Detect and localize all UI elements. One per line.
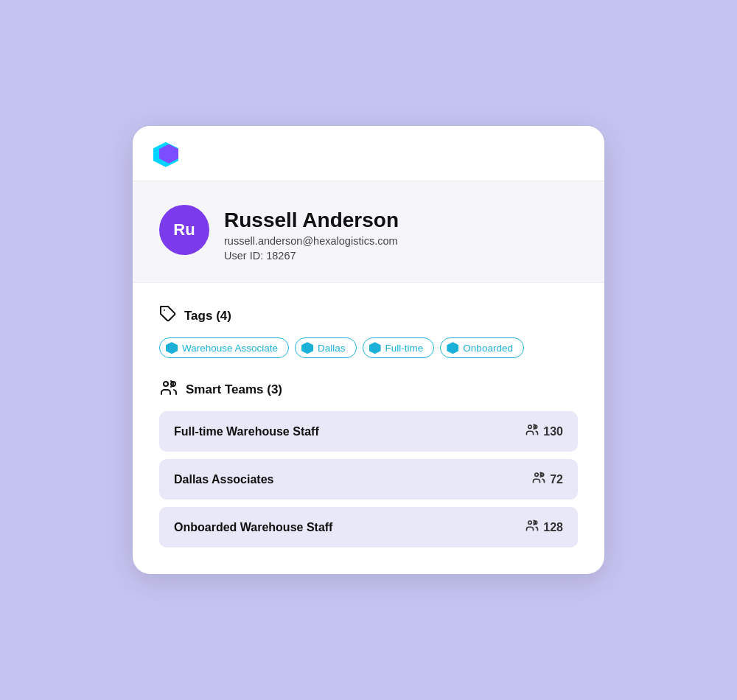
team-count-0: 130	[524, 423, 563, 440]
team-people-icon-2	[524, 519, 540, 536]
tag-hex-icon	[369, 342, 381, 354]
tags-header: Tags (4)	[159, 305, 578, 327]
app-logo	[153, 141, 181, 169]
svg-point-3	[528, 425, 532, 429]
team-count-2: 128	[524, 519, 563, 536]
profile-section: Ru Russell Anderson russell.anderson@hex…	[133, 181, 604, 284]
svg-point-7	[528, 521, 532, 525]
content-section: Tags (4) Warehouse Associate Dallas Full…	[133, 283, 604, 574]
tag-fulltime[interactable]: Full-time	[363, 337, 435, 358]
card-header	[133, 126, 604, 181]
tags-row: Warehouse Associate Dallas Full-time Onb…	[159, 337, 578, 358]
tags-title: Tags (4)	[184, 309, 231, 323]
tag-dallas[interactable]: Dallas	[295, 337, 357, 358]
profile-email: russell.anderson@hexalogistics.com	[224, 235, 399, 247]
team-row-0[interactable]: Full-time Warehouse Staff 130	[159, 411, 578, 452]
team-name-2: Onboarded Warehouse Staff	[174, 521, 332, 534]
profile-name: Russell Anderson	[224, 208, 399, 233]
team-count-1: 72	[531, 471, 563, 488]
teams-header: Smart Teams (3)	[159, 379, 578, 401]
tags-block: Tags (4) Warehouse Associate Dallas Full…	[159, 305, 578, 358]
team-people-icon-1	[531, 471, 547, 488]
profile-info: Russell Anderson russell.anderson@hexalo…	[224, 205, 399, 262]
profile-card: Ru Russell Anderson russell.anderson@hex…	[133, 126, 604, 575]
avatar: Ru	[159, 205, 209, 255]
tag-icon	[159, 305, 177, 327]
team-people-icon-0	[524, 423, 540, 440]
tag-onboarded[interactable]: Onboarded	[440, 337, 524, 358]
teams-block: Smart Teams (3) Full-time Warehouse Staf…	[159, 379, 578, 547]
team-row-2[interactable]: Onboarded Warehouse Staff 128	[159, 507, 578, 547]
teams-icon	[159, 379, 178, 401]
team-row-1[interactable]: Dallas Associates 72	[159, 459, 578, 500]
profile-userid: User ID: 18267	[224, 250, 399, 262]
tag-warehouse-associate[interactable]: Warehouse Associate	[159, 337, 289, 358]
svg-point-1	[164, 382, 168, 386]
tag-hex-icon	[447, 342, 458, 354]
team-name-1: Dallas Associates	[174, 473, 273, 486]
team-list: Full-time Warehouse Staff 130	[159, 411, 578, 547]
avatar-initials: Ru	[173, 220, 195, 239]
team-name-0: Full-time Warehouse Staff	[174, 425, 319, 438]
teams-title: Smart Teams (3)	[186, 382, 282, 397]
tag-hex-icon	[166, 342, 178, 354]
svg-point-5	[535, 473, 539, 477]
tag-hex-icon	[301, 342, 313, 354]
